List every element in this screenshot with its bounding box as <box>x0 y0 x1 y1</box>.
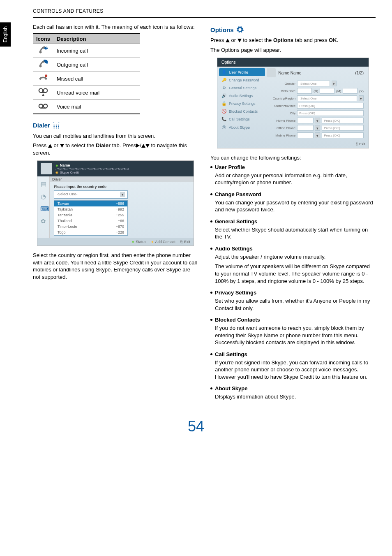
lbl: Office Phone <box>267 126 295 130</box>
country-select[interactable]: -Select One- <box>297 95 357 101</box>
svg-point-0 <box>45 74 47 77</box>
panel-title: Dialer <box>50 176 194 182</box>
row-gender: Gender-Select One-▾ <box>267 81 364 86</box>
svg-point-4 <box>39 104 43 108</box>
svg-point-11 <box>56 126 57 127</box>
home-num[interactable]: Press [OK] <box>322 118 364 123</box>
green-dot-icon: ● <box>132 240 134 244</box>
contacts-icon[interactable]: ▤ <box>40 181 47 187</box>
sidebar-item-call[interactable]: 📞Call Settings <box>219 115 265 123</box>
svg-point-1 <box>39 88 43 92</box>
list-item[interactable]: Timor-Leste+670 <box>54 224 127 229</box>
home-code[interactable] <box>297 118 314 123</box>
exit-button[interactable]: ⎘ Exit <box>356 142 365 146</box>
desc-incoming: Incoming call <box>53 44 140 58</box>
list-item: General SettingsSelect whether Skype sho… <box>210 218 376 241</box>
sidebar-item-privacy[interactable]: 🔒Privacy Settings <box>219 100 265 107</box>
cn: Tajikistan <box>58 207 73 211</box>
dialer-sidebar: ▤ ◔ ⌨ ✿ <box>37 176 50 238</box>
sidebar-item-change-password[interactable]: 🔑Change Password <box>219 76 265 84</box>
svg-point-13 <box>53 127 54 128</box>
city-input[interactable]: Press [OK] <box>297 110 364 116</box>
bb: Set who you allow calls from, whether it… <box>215 297 376 312</box>
svg-point-10 <box>53 126 54 127</box>
th-icons: Icons <box>33 34 53 44</box>
table-row: Unread voice mail <box>33 86 140 100</box>
right-column: Options Press or to select the Options t… <box>210 23 376 405</box>
page-number: 54 <box>0 418 392 435</box>
up-arrow-icon <box>48 144 52 148</box>
sidebar-item-about[interactable]: ⓈAbout Skype <box>219 123 265 132</box>
sidebar-item-audio[interactable]: 🔊Audio Settings <box>219 92 265 100</box>
list-item[interactable]: Tajikistan+992 <box>54 206 127 212</box>
list-item: About SkypeDIsplays information about Sk… <box>210 385 376 401</box>
desc-outgoing: Outgoing call <box>53 58 140 72</box>
dialer-main: Dialer Please input the country code -Se… <box>50 176 194 238</box>
list-item[interactable]: Togo+228 <box>54 229 127 235</box>
cc: +886 <box>116 202 124 206</box>
dropdown-arrow-icon[interactable]: ▾ <box>359 95 364 101</box>
birth-m[interactable] <box>320 88 334 94</box>
sidebar-item-user-profile[interactable]: 👤User Profile <box>219 68 265 76</box>
lock-icon: 🔒 <box>221 101 226 106</box>
add-contact-button[interactable]: ●Add Contact <box>151 240 175 244</box>
table-row: Missed call <box>33 72 140 86</box>
blocked-icon: 🚫 <box>221 109 226 114</box>
up-arrow-icon <box>226 39 230 42</box>
gender-select[interactable]: -Select One- <box>297 81 330 86</box>
intro-text: Each call has an icon with it. The meani… <box>33 23 198 31</box>
exit-icon: ⎘ <box>180 240 182 244</box>
t: to select the <box>64 142 96 148</box>
options-line2: The Options page will appear. <box>210 46 376 54</box>
desc-vm: Voice mail <box>53 100 140 114</box>
list-item[interactable]: Tanzania+255 <box>54 212 127 218</box>
state-input[interactable]: Press [OK] <box>297 103 364 109</box>
dialpad-tab-icon[interactable]: ⌨ <box>40 205 47 212</box>
sidebar-item-blocked[interactable]: 🚫Blocked Contacts <box>219 107 265 115</box>
svg-point-12 <box>58 126 59 127</box>
exit-button[interactable]: ⎘Exit <box>180 240 190 244</box>
birth-y[interactable] <box>343 88 357 94</box>
status-button[interactable]: ●Status <box>132 240 146 244</box>
dropdown-arrow-icon[interactable]: ▾ <box>315 125 320 131</box>
exit-label: Exit <box>359 142 365 146</box>
mobile-num[interactable]: Press [OK] <box>322 132 364 138</box>
bullet-icon <box>210 319 212 321</box>
icon-unread-voicemail <box>33 86 53 100</box>
icon-incoming-call <box>33 44 53 58</box>
options-shot-footer: ⎘ Exit <box>217 141 369 147</box>
language-tab: English <box>0 22 11 46</box>
dropdown-arrow-icon[interactable]: ▾ <box>332 81 337 86</box>
row-city: CityPress [OK] <box>267 110 364 116</box>
country-select[interactable]: -Select One- ▾ <box>54 190 128 199</box>
office-code[interactable] <box>297 125 314 131</box>
row-home: Home Phone▾Press [OK] <box>267 118 364 123</box>
bb: Adjust the speaker / ringtone volume man… <box>215 253 376 261</box>
m: (M) <box>336 89 341 93</box>
svg-point-15 <box>58 127 59 128</box>
history-icon[interactable]: ◔ <box>40 193 47 199</box>
t: Press <box>33 142 48 148</box>
ph: -Select One- <box>299 97 318 100</box>
ph: Press [OK] <box>324 119 340 123</box>
exit-label: Exit <box>184 240 190 244</box>
key-icon: 🔑 <box>221 78 226 82</box>
list-item[interactable]: Taiwan+886 <box>54 201 127 206</box>
bb2: The volume of your speakers will be diff… <box>215 263 376 285</box>
birth-d[interactable] <box>297 88 312 94</box>
cn: Thailand <box>58 219 72 223</box>
list-item[interactable]: Thailand+66 <box>54 218 127 224</box>
options-heading: Options <box>210 26 376 33</box>
up-arrow-icon <box>141 144 145 148</box>
table-row: Outgoing call <box>33 58 140 72</box>
dropdown-arrow-icon[interactable]: ▾ <box>315 132 320 138</box>
down-arrow-icon <box>238 39 242 42</box>
mobile-code[interactable] <box>297 132 314 138</box>
dropdown-arrow-icon[interactable]: ▾ <box>315 118 320 123</box>
office-num[interactable]: Press [OK] <box>322 125 364 131</box>
sidebar-item-general[interactable]: ⚙General Settings <box>219 84 265 92</box>
bb: DIsplays information about Skype. <box>215 393 376 401</box>
phone-icon: 📞 <box>221 117 226 121</box>
options-screenshot: Options 👤User Profile 🔑Change Password ⚙… <box>217 58 369 148</box>
settings-icon[interactable]: ✿ <box>40 218 47 224</box>
